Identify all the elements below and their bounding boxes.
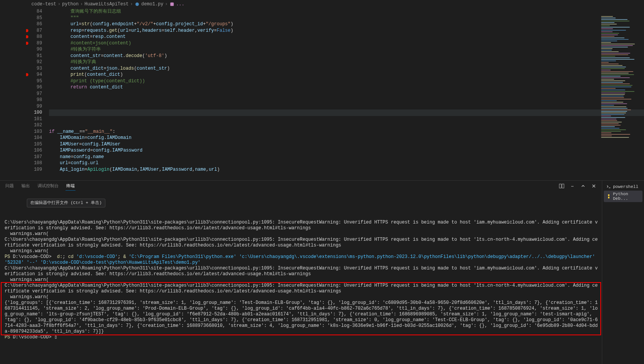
line-number: 87: [26, 28, 42, 34]
terminal-icon: [606, 184, 611, 189]
terminal-list-label: powershell: [613, 184, 638, 189]
code-line[interactable]: [49, 91, 644, 97]
line-number: 97: [26, 91, 42, 97]
python-file-icon: [134, 2, 140, 7]
terminal-list-item[interactable]: powershell: [604, 183, 642, 191]
line-number: 92: [26, 59, 42, 65]
line-number: 88: [26, 34, 42, 40]
chevron-right-icon: ›: [130, 2, 133, 7]
line-number: 100: [26, 109, 42, 116]
code-line[interactable]: IAMDomain=config.IAMDomain: [49, 135, 644, 141]
terminal-sidebar: powershell Python Deb...: [602, 181, 644, 364]
terminal-line: {'log_groups': [{'creation_time': 168731…: [5, 300, 598, 335]
line-number: 106: [26, 147, 42, 154]
line-number: 104: [26, 135, 42, 141]
code-line[interactable]: #转换为字典: [49, 59, 644, 65]
terminal-line: C:\Users\chaoyangdg\AppData\Roaming\Pyth…: [5, 266, 598, 277]
code-line[interactable]: [49, 116, 644, 122]
line-number: 103: [26, 129, 42, 135]
code-line[interactable]: print(content_dict): [49, 72, 644, 78]
panel-tabbar: 问题 输出 调试控制台 终端 ⋯: [0, 181, 602, 191]
terminal[interactable]: 在编辑器中打开文件 (Ctrl + 单击) C:\Users\chaoyangd…: [0, 191, 602, 364]
panel-tab-problems[interactable]: 问题: [5, 181, 15, 191]
line-number: 98: [26, 97, 42, 103]
code-line[interactable]: IAMUser=config.IAMUser: [49, 141, 644, 148]
code-line[interactable]: content_str=content.decode('utf-8'): [49, 53, 644, 59]
line-number: 95: [26, 78, 42, 85]
line-number: 96: [26, 84, 42, 91]
svg-point-0: [135, 3, 139, 6]
chevron-right-icon: ›: [165, 2, 167, 7]
code-content[interactable]: 查询账号下的所有日志组"""url=str(config.endpoint+"/…: [49, 8, 644, 180]
line-number: 85: [26, 15, 42, 21]
chevron-right-icon: ›: [80, 2, 83, 7]
function-icon: [169, 2, 175, 7]
code-line[interactable]: """: [49, 15, 644, 21]
terminal-line: PS D:\vscode-COD> ▯: [5, 335, 598, 340]
line-number: 102: [26, 122, 42, 129]
code-line[interactable]: IAMPassword=config.IAMPassword: [49, 147, 644, 154]
terminal-list-item[interactable]: Python Deb...: [604, 191, 642, 202]
line-number: 86: [26, 21, 42, 28]
code-line[interactable]: [49, 109, 644, 116]
svg-rect-2: [559, 184, 561, 188]
line-number: 90: [26, 46, 42, 53]
line-number: 107: [26, 154, 42, 160]
svg-rect-3: [562, 184, 564, 188]
breadcrumb-item[interactable]: python: [62, 2, 79, 7]
code-line[interactable]: Api_login=ApiLogin(IAMDomain,IAMUser,IAM…: [49, 166, 644, 173]
code-line[interactable]: url=str(config.endpoint+"/v2/"+config.pr…: [49, 21, 644, 28]
breadcrumb-item[interactable]: ...: [176, 2, 185, 7]
more-icon[interactable]: ⋯: [569, 183, 576, 189]
code-line[interactable]: content_dict=json.loads(content_str): [49, 65, 644, 72]
line-number: 91: [26, 53, 42, 59]
svg-rect-1: [170, 3, 174, 6]
terminal-line: C:\Users\chaoyangdg\AppData\Roaming\Pyth…: [5, 283, 598, 294]
line-number: 84: [26, 8, 42, 15]
panel-tab-debugconsole[interactable]: 调试控制台: [37, 181, 59, 191]
link-tooltip: 在编辑器中打开文件 (Ctrl + 单击): [27, 199, 105, 207]
code-line[interactable]: #content=json(content): [49, 40, 644, 47]
breadcrumb-item[interactable]: demo1.py: [141, 2, 164, 7]
terminal-line: PS D:\vscode-COD> d:; cd 'd:\vscode-COD'…: [5, 254, 598, 266]
code-line[interactable]: [49, 103, 644, 110]
line-number: 105: [26, 141, 42, 148]
line-number: 108: [26, 160, 42, 166]
terminal-line: warnings.warn(: [5, 248, 598, 254]
terminal-line: warnings.warn(: [5, 231, 598, 237]
chevron-right-icon: ›: [58, 2, 61, 7]
terminal-line: warnings.warn(: [5, 294, 598, 300]
line-number: 109: [26, 166, 42, 173]
code-line[interactable]: [49, 122, 644, 129]
code-line[interactable]: #print (type(content_dict)): [49, 78, 644, 85]
code-line[interactable]: url=config.url: [49, 160, 644, 166]
breadcrumb-item[interactable]: code-test: [31, 2, 56, 7]
code-line[interactable]: name=config.name: [49, 154, 644, 160]
python-icon: [606, 194, 611, 199]
terminal-line: warnings.warn(: [5, 277, 598, 283]
panel-tab-terminal[interactable]: 终端: [66, 181, 75, 191]
code-line[interactable]: resp=requests.get(url=url,headers=self.h…: [49, 28, 644, 34]
code-editor[interactable]: 8485868788899091929394959697989910010110…: [26, 8, 644, 180]
line-number: 101: [26, 116, 42, 122]
terminal-list-label: Python Deb...: [613, 192, 640, 201]
line-number: 89: [26, 40, 42, 47]
line-number: 93: [26, 65, 42, 72]
split-terminal-icon[interactable]: [558, 183, 565, 189]
breadcrumb[interactable]: code-test › python › HuaweiLtsApiTest › …: [26, 0, 644, 8]
line-number: 99: [26, 103, 42, 110]
line-number: 94: [26, 72, 42, 78]
chevron-up-icon[interactable]: [580, 183, 587, 189]
close-icon[interactable]: [590, 183, 597, 189]
code-line[interactable]: return content_dict: [49, 84, 644, 91]
code-line[interactable]: content=resp.content: [49, 34, 644, 40]
activity-bar-placeholder: [0, 0, 26, 180]
code-line[interactable]: if __name__=="__main__":: [49, 129, 644, 135]
terminal-line: C:\Users\chaoyangdg\AppData\Roaming\Pyth…: [5, 220, 598, 231]
breadcrumb-item[interactable]: HuaweiLtsApiTest: [84, 2, 128, 7]
terminal-line: C:\Users\chaoyangdg\AppData\Roaming\Pyth…: [5, 237, 598, 248]
panel-tab-output[interactable]: 输出: [21, 181, 31, 191]
code-line[interactable]: 查询账号下的所有日志组: [49, 8, 644, 15]
code-line[interactable]: #转换为字符串: [49, 46, 644, 53]
code-line[interactable]: [49, 97, 644, 103]
